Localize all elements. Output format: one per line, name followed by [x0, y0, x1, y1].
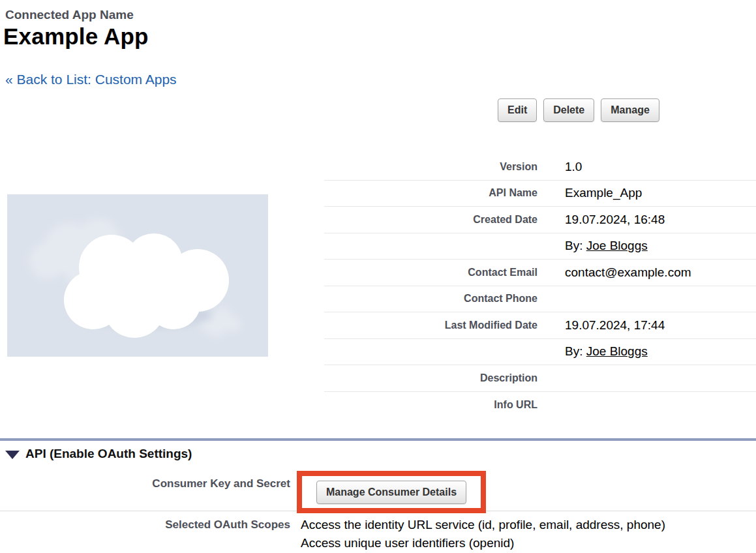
field-value: 19.07.2024, 17:44 — [565, 318, 665, 333]
by-prefix: By: — [565, 239, 586, 252]
field-label: Created Date — [324, 214, 537, 226]
detail-row-contact-phone: Contact Phone — [324, 286, 756, 313]
field-label: Description — [324, 372, 537, 384]
detail-row-modified-by: By: Joe Bloggs — [324, 339, 756, 366]
detail-row-created-by: By: Joe Bloggs — [324, 233, 756, 260]
field-label: Last Modified Date — [324, 320, 537, 331]
connected-app-name-label: Connected App Name — [5, 8, 134, 22]
field-label: API Name — [324, 187, 537, 199]
delete-button[interactable]: Delete — [543, 98, 594, 122]
detail-row-last-modified-date: Last Modified Date 19.07.2024, 17:44 — [324, 312, 756, 339]
field-value: By: Joe Bloggs — [565, 344, 648, 359]
field-value: contact@example.com — [565, 265, 691, 280]
selected-oauth-scopes-label: Selected OAuth Scopes — [0, 518, 290, 531]
oauth-section-header[interactable]: API (Enable OAuth Settings) — [5, 447, 192, 461]
app-logo — [7, 194, 268, 357]
scope-value-line: Access the identity URL service (id, pro… — [301, 516, 665, 534]
field-value: By: Joe Bloggs — [565, 239, 648, 253]
field-label: Version — [324, 161, 537, 173]
section-divider — [0, 438, 756, 441]
detail-row-description: Description — [324, 365, 756, 392]
manage-button[interactable]: Manage — [601, 98, 659, 122]
manage-consumer-details-button[interactable]: Manage Consumer Details — [316, 481, 466, 504]
highlight-annotation: Manage Consumer Details — [297, 471, 486, 513]
detail-row-info-url: Info URL — [324, 392, 756, 419]
detail-row-api-name: API Name Example_App — [324, 181, 756, 207]
oauth-scopes-values: Access the identity URL service (id, pro… — [301, 516, 665, 552]
field-value: Example_App — [565, 186, 642, 200]
collapse-triangle-icon[interactable] — [5, 451, 20, 459]
detail-row-contact-email: Contact Email contact@example.com — [324, 260, 756, 286]
scope-value-line: Access unique user identifiers (openid) — [301, 534, 665, 552]
consumer-key-secret-label: Consumer Key and Secret — [0, 477, 290, 490]
field-label: Info URL — [324, 399, 537, 411]
cloud-icon — [7, 194, 268, 357]
back-to-list-link[interactable]: « Back to List: Custom Apps — [5, 72, 177, 87]
connected-app-detail-page: Connected App Name Example App « Back to… — [0, 0, 756, 553]
user-link[interactable]: Joe Bloggs — [586, 344, 648, 358]
detail-row-version: Version 1.0 — [324, 154, 756, 181]
detail-toolbar: Edit Delete Manage — [498, 98, 659, 122]
by-prefix: By: — [565, 344, 586, 358]
field-label: Contact Phone — [324, 293, 537, 305]
detail-table: Version 1.0 API Name Example_App Created… — [324, 154, 756, 418]
oauth-section-title: API (Enable OAuth Settings) — [25, 447, 192, 461]
detail-row-created-date: Created Date 19.07.2024, 16:48 — [324, 207, 756, 233]
user-link[interactable]: Joe Bloggs — [586, 239, 648, 252]
field-value: 1.0 — [565, 160, 582, 174]
field-value: 19.07.2024, 16:48 — [565, 213, 665, 227]
field-label: Contact Email — [324, 267, 537, 278]
edit-button[interactable]: Edit — [498, 98, 537, 122]
page-title: Example App — [3, 23, 149, 50]
